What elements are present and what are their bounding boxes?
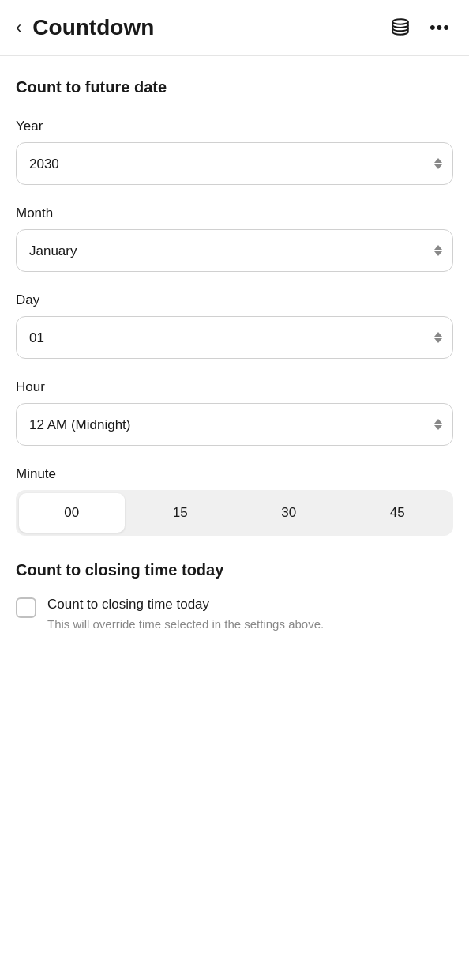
year-select[interactable]: 2030 2025 2026 2027 2028 2029 2031 2032 bbox=[16, 142, 453, 185]
svg-point-0 bbox=[392, 19, 408, 24]
minute-option-45[interactable]: 45 bbox=[345, 493, 451, 533]
section1-title: Count to future date bbox=[16, 78, 453, 96]
month-field-group: Month January February March April May J… bbox=[16, 205, 453, 272]
year-label: Year bbox=[16, 119, 453, 134]
month-select[interactable]: January February March April May June Ju… bbox=[16, 229, 453, 272]
year-select-wrapper: 2030 2025 2026 2027 2028 2029 2031 2032 bbox=[16, 142, 453, 185]
section-divider: Count to closing time today Count to clo… bbox=[16, 561, 453, 634]
back-button[interactable]: ‹ bbox=[13, 16, 24, 40]
closing-time-checkbox-row: Count to closing time today This will ov… bbox=[16, 597, 453, 634]
minute-option-15[interactable]: 15 bbox=[128, 493, 234, 533]
minute-option-00[interactable]: 00 bbox=[19, 493, 125, 533]
closing-time-checkbox[interactable] bbox=[16, 597, 36, 618]
hour-select[interactable]: 12 AM (Midnight) 1 AM 2 AM 3 AM 6 AM 9 A… bbox=[16, 403, 453, 446]
page-title: Countdown bbox=[32, 15, 154, 40]
section2-title: Count to closing time today bbox=[16, 561, 453, 579]
future-date-section: Count to future date Year 2030 2025 2026… bbox=[16, 78, 453, 536]
checkbox-description: This will override time selected in the … bbox=[47, 616, 324, 634]
checkbox-content: Count to closing time today This will ov… bbox=[47, 597, 324, 634]
database-button[interactable] bbox=[387, 14, 414, 41]
month-label: Month bbox=[16, 205, 453, 221]
checkbox-label: Count to closing time today bbox=[47, 597, 324, 612]
day-select-wrapper: 01 02 03 04 05 06 07 08 09 10 15 20 25 3… bbox=[16, 316, 453, 359]
more-options-button[interactable]: ••• bbox=[426, 14, 453, 41]
year-field-group: Year 2030 2025 2026 2027 2028 2029 2031 … bbox=[16, 119, 453, 185]
minute-field-group: Minute 00 15 30 45 bbox=[16, 466, 453, 536]
main-content: Count to future date Year 2030 2025 2026… bbox=[0, 56, 469, 688]
back-icon: ‹ bbox=[16, 19, 21, 36]
hour-select-wrapper: 12 AM (Midnight) 1 AM 2 AM 3 AM 6 AM 9 A… bbox=[16, 403, 453, 446]
header-left: ‹ Countdown bbox=[13, 15, 154, 40]
database-icon bbox=[390, 17, 411, 38]
minute-option-30[interactable]: 30 bbox=[236, 493, 342, 533]
more-icon: ••• bbox=[430, 17, 450, 38]
minute-selector: 00 15 30 45 bbox=[16, 490, 453, 536]
hour-label: Hour bbox=[16, 379, 453, 395]
hour-field-group: Hour 12 AM (Midnight) 1 AM 2 AM 3 AM 6 A… bbox=[16, 379, 453, 446]
month-select-wrapper: January February March April May June Ju… bbox=[16, 229, 453, 272]
minute-label: Minute bbox=[16, 466, 453, 482]
day-field-group: Day 01 02 03 04 05 06 07 08 09 10 15 20 … bbox=[16, 292, 453, 359]
app-header: ‹ Countdown ••• bbox=[0, 0, 469, 56]
header-right: ••• bbox=[387, 14, 453, 41]
day-select[interactable]: 01 02 03 04 05 06 07 08 09 10 15 20 25 3… bbox=[16, 316, 453, 359]
day-label: Day bbox=[16, 292, 453, 308]
